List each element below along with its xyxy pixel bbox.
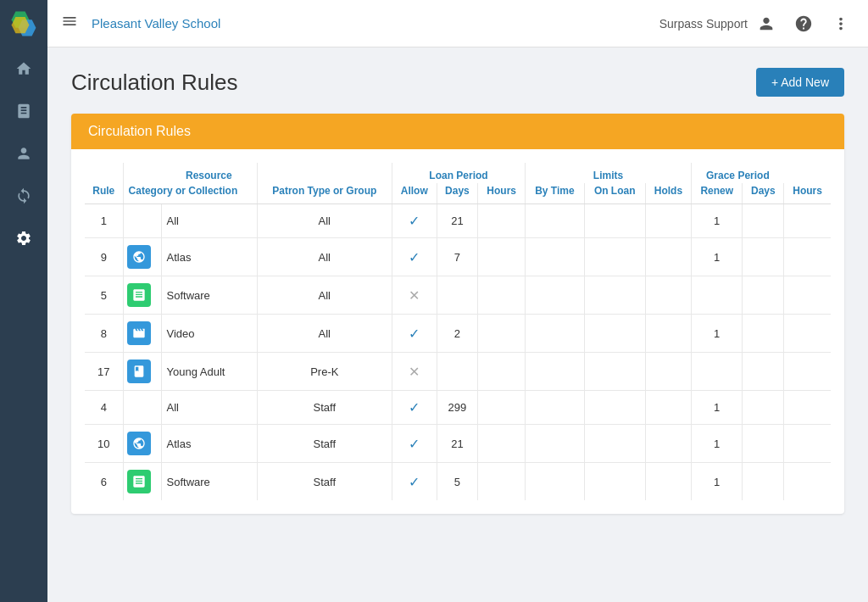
th-allow: Allow (392, 183, 437, 204)
help-icon[interactable] (790, 10, 817, 37)
table-row[interactable]: 1AllAll✓211 (85, 204, 831, 238)
check-icon: ✓ (409, 250, 420, 265)
cell-rule: 9 (85, 238, 123, 276)
cell-renew: 1 (692, 391, 743, 425)
cell-category: All (161, 391, 257, 425)
sidebar-settings-icon[interactable] (0, 217, 47, 259)
cell-hours (478, 425, 526, 463)
check-icon: ✓ (409, 214, 420, 228)
cell-grace-days (743, 204, 784, 238)
cell-holds (645, 353, 691, 391)
cell-patron: All (257, 276, 392, 315)
sidebar-home-icon[interactable] (0, 47, 47, 90)
th-patron: Patron Type or Group (257, 183, 392, 204)
table-row[interactable]: 6SoftwareStaff✓51 (85, 463, 831, 501)
th-grace-days: Days (743, 183, 784, 204)
cell-icon (123, 315, 161, 353)
section-header: Circulation Rules (71, 114, 844, 149)
cell-by-time (526, 204, 585, 238)
cell-category: Software (161, 463, 257, 501)
table-wrapper: Resource Loan Period Limits Grace Period… (71, 149, 844, 514)
cell-grace-days (743, 425, 784, 463)
cell-patron: Staff (257, 391, 392, 425)
cell-days: 21 (437, 204, 478, 238)
cell-days: 2 (437, 315, 478, 353)
cell-rule: 1 (85, 204, 123, 238)
cell-renew: 1 (692, 238, 743, 276)
cell-patron: Staff (257, 463, 392, 501)
hamburger-icon[interactable] (61, 13, 78, 34)
cell-by-time (526, 238, 585, 276)
cell-grace-hours (784, 353, 831, 391)
user-support: Surpass Support (659, 10, 780, 37)
page-title: Circulation Rules (71, 70, 238, 96)
table-row[interactable]: 17Young AdultPre-K✕ (85, 353, 831, 391)
x-icon: ✕ (409, 365, 420, 379)
topnav-right: Surpass Support (659, 10, 854, 37)
cell-icon (123, 276, 161, 315)
cell-hours (478, 276, 526, 315)
cell-patron: All (257, 238, 392, 276)
cell-category: Atlas (161, 238, 257, 276)
circulation-rules-table: Resource Loan Period Limits Grace Period… (85, 163, 831, 500)
support-name: Surpass Support (659, 17, 748, 31)
cell-grace-days (743, 391, 784, 425)
cell-icon (123, 425, 161, 463)
cell-icon (123, 353, 161, 391)
cell-days: 299 (437, 391, 478, 425)
cell-holds (645, 391, 691, 425)
cell-on-loan (584, 238, 645, 276)
cell-allow: ✓ (392, 391, 437, 425)
sidebar-catalog-icon[interactable] (0, 90, 47, 132)
cell-holds (645, 425, 691, 463)
cell-on-loan (584, 463, 645, 501)
circulation-rules-card: Circulation Rules Resource Loan Period L… (71, 114, 844, 514)
cell-rule: 8 (85, 315, 123, 353)
cell-by-time (526, 353, 585, 391)
cell-on-loan (584, 276, 645, 315)
check-icon: ✓ (409, 437, 420, 451)
th-days: Days (437, 183, 478, 204)
cell-grace-days (743, 238, 784, 276)
cell-icon (123, 391, 161, 425)
cell-renew (692, 276, 743, 315)
cell-hours (478, 391, 526, 425)
sidebar-circulation-icon[interactable] (0, 175, 47, 217)
cell-grace-hours (784, 315, 831, 353)
topnav: Pleasant Valley School Surpass Support (47, 0, 868, 47)
cell-renew: 1 (692, 204, 743, 238)
cell-grace-hours (784, 238, 831, 276)
cell-patron: All (257, 204, 392, 238)
content-area: Circulation Rules + Add New Circulation … (47, 47, 868, 602)
cell-renew: 1 (692, 463, 743, 501)
table-row[interactable]: 5SoftwareAll✕ (85, 276, 831, 315)
th-grace-period: Grace Period (692, 163, 784, 183)
cell-grace-hours (784, 425, 831, 463)
cell-days: 7 (437, 238, 478, 276)
cell-rule: 5 (85, 276, 123, 315)
cell-days (437, 276, 478, 315)
cell-grace-days (743, 315, 784, 353)
cell-on-loan (584, 204, 645, 238)
cell-allow: ✓ (392, 463, 437, 501)
table-row[interactable]: 10AtlasStaff✓211 (85, 425, 831, 463)
cell-grace-hours (784, 276, 831, 315)
cell-category: Video (161, 315, 257, 353)
cell-by-time (526, 463, 585, 501)
more-options-icon[interactable] (827, 10, 854, 37)
th-rule: Rule (85, 183, 123, 204)
add-new-button[interactable]: + Add New (756, 68, 844, 97)
sidebar-patrons-icon[interactable] (0, 132, 47, 175)
table-row[interactable]: 8VideoAll✓21 (85, 315, 831, 353)
user-avatar-icon[interactable] (753, 10, 780, 37)
cell-renew: 1 (692, 315, 743, 353)
th-renew: Renew (692, 183, 743, 204)
cell-holds (645, 276, 691, 315)
table-row[interactable]: 4AllStaff✓2991 (85, 391, 831, 425)
table-row[interactable]: 9AtlasAll✓71 (85, 238, 831, 276)
cell-on-loan (584, 391, 645, 425)
check-icon: ✓ (409, 475, 420, 489)
cell-holds (645, 204, 691, 238)
cell-icon (123, 463, 161, 501)
cell-rule: 17 (85, 353, 123, 391)
